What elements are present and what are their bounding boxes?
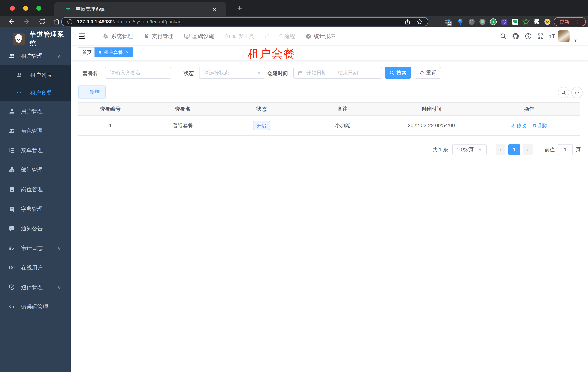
sidebar-item-label: 在线用户 <box>21 264 43 271</box>
extension-y-icon[interactable]: Y <box>490 18 497 25</box>
sidebar-item-role-mgmt[interactable]: 角色管理 <box>0 121 71 140</box>
reload-icon[interactable] <box>38 18 46 25</box>
help-icon[interactable] <box>525 32 532 40</box>
extension-command-icon[interactable]: ⌘ <box>468 18 475 25</box>
sidebar-item-audit-log[interactable]: 审计日志 ∨ <box>0 238 71 258</box>
extension-record-icon[interactable] <box>479 18 486 25</box>
sidebar-item-tenant-mgmt[interactable]: 租户管理 ∧ <box>0 46 71 66</box>
sidebar-item-sms-mgmt[interactable]: 短信管理 ∨ <box>0 277 71 297</box>
status-select[interactable]: 请选择状态 ∨ <box>199 67 265 79</box>
sidebar-item-label: 错误码管理 <box>21 303 48 311</box>
date-range-picker[interactable]: 开始日期 - 结束日期 <box>293 67 382 79</box>
edit-link[interactable]: 修改 <box>511 122 526 129</box>
refresh-table-button[interactable] <box>571 87 583 98</box>
reset-button[interactable]: 重置 <box>415 67 441 79</box>
extension-emoji-icon[interactable] <box>544 18 551 25</box>
chevron-down-icon: ∨ <box>257 70 261 75</box>
cell-package-id: 111 <box>78 116 143 135</box>
page-size-select[interactable]: 10条/页 ∨ <box>452 144 487 155</box>
fullscreen-icon[interactable] <box>537 32 544 40</box>
extension-star-icon[interactable] <box>523 18 530 25</box>
traffic-minimize-button[interactable] <box>23 6 28 11</box>
filter-date-label: 创建时间 <box>268 70 288 77</box>
sidebar-item-dept-mgmt[interactable]: 部门管理 <box>0 160 71 180</box>
search-icon[interactable] <box>500 32 507 40</box>
sidebar-item-dict-mgmt[interactable]: 字典管理 <box>0 199 71 219</box>
refresh-icon <box>419 70 424 75</box>
forward-icon[interactable] <box>23 18 31 25</box>
avatar-caret-icon[interactable]: ▾ <box>574 38 577 43</box>
sidebar-item-label: 角色管理 <box>21 127 43 135</box>
nav-item-payment[interactable]: ¥ 支付管理 <box>143 32 173 40</box>
chevron-down-icon: ∨ <box>478 147 482 152</box>
column-header: 套餐名 <box>143 103 223 115</box>
new-tab-button[interactable]: + <box>237 3 242 13</box>
date-end-placeholder: 结束日期 <box>338 69 358 76</box>
sidebar-item-user-mgmt[interactable]: 用户管理 <box>0 101 71 121</box>
bookmark-star-icon[interactable] <box>416 18 423 25</box>
goto-page-input[interactable] <box>557 144 573 155</box>
cell-status: 开启 <box>223 116 301 135</box>
extension-balloon-icon[interactable] <box>457 18 464 25</box>
search-toggle-button[interactable] <box>558 87 569 98</box>
tag-tab-close-icon[interactable]: × <box>126 50 128 55</box>
extension-shield-icon[interactable] <box>501 18 508 25</box>
goto-label: 前往 <box>545 144 555 155</box>
pencil-icon <box>511 123 515 128</box>
sidebar-item-label: 租户套餐 <box>30 89 52 96</box>
back-icon[interactable] <box>7 18 15 25</box>
next-page-button[interactable]: › <box>523 144 533 155</box>
traffic-close-button[interactable] <box>10 6 15 11</box>
github-icon[interactable] <box>512 32 519 40</box>
tab-close-icon[interactable]: × <box>212 6 216 13</box>
nav-item-workflow[interactable]: 工作流程 <box>265 32 295 40</box>
prev-page-button[interactable]: ‹ <box>496 144 505 155</box>
tag-tab-home[interactable]: 首页 <box>78 47 96 57</box>
user-avatar[interactable] <box>558 31 569 42</box>
reset-button-label: 重置 <box>426 69 436 76</box>
current-page-button[interactable]: 1 <box>508 144 520 155</box>
prev-icon: ‹ <box>500 147 501 152</box>
browser-menu-dots-icon[interactable]: ⋮ <box>575 19 580 25</box>
extension-chat-icon[interactable] <box>512 18 519 25</box>
sidebar-item-post-mgmt[interactable]: 岗位管理 <box>0 180 71 199</box>
brand-row[interactable]: 芋道管理系统 <box>0 31 71 47</box>
sidebar-item-notice[interactable]: 通知公告 <box>0 219 71 238</box>
delete-link[interactable]: 删除 <box>532 122 548 129</box>
sidebar: 芋道管理系统 租户管理 ∧ 租户列表 租户套餐 用户管理 角色管理 <box>0 27 71 372</box>
nav-item-system[interactable]: 系统管理 <box>103 32 133 40</box>
traffic-zoom-button[interactable] <box>36 6 41 11</box>
sidebar-collapse-icon[interactable] <box>78 32 86 41</box>
sidebar-item-menu-mgmt[interactable]: 菜单管理 <box>0 140 71 160</box>
sidebar-item-tenant-list[interactable]: 租户列表 <box>0 65 71 85</box>
active-dot <box>99 51 101 53</box>
share-icon[interactable] <box>404 19 411 25</box>
url-bar[interactable]: 127.0.0.1:48080/admin-ui/system/tenant/p… <box>61 17 428 26</box>
extension-puzzle-icon[interactable] <box>533 18 541 25</box>
tab-favicon <box>64 6 72 13</box>
nav-item-devtools[interactable]: 研发工具 <box>224 32 254 40</box>
browser-update-button[interactable]: 更新 ⋮ <box>554 17 586 26</box>
filter-status-label: 状态 <box>184 70 194 77</box>
browser-toolbar: 127.0.0.1:48080/admin-ui/system/tenant/p… <box>0 16 588 27</box>
sidebar-item-label: 短信管理 <box>21 284 43 291</box>
tag-tab-label: 租户套餐 <box>104 49 123 56</box>
gear-icon <box>103 33 109 40</box>
sidebar-item-label: 菜单管理 <box>21 147 43 154</box>
site-info-icon[interactable] <box>67 19 73 25</box>
extension-kite-icon[interactable]: 10 <box>444 18 452 25</box>
sidebar-item-tenant-package[interactable]: 租户套餐 <box>0 83 71 103</box>
nav-item-report[interactable]: 统计报表 <box>305 32 336 40</box>
font-size-icon[interactable]: тT <box>548 32 556 40</box>
column-header: 备注 <box>301 103 385 115</box>
home-icon[interactable] <box>53 18 61 25</box>
search-button[interactable]: 搜索 <box>385 67 411 79</box>
sidebar-item-online-users[interactable]: 在线用户 <box>0 258 71 277</box>
sidebar-item-label: 岗位管理 <box>21 186 43 193</box>
browser-tab[interactable]: 芋道管理系统 × <box>54 2 226 16</box>
nav-item-infra[interactable]: 基础设施 <box>184 32 214 40</box>
sidebar-item-error-code[interactable]: 错误码管理 <box>0 297 71 317</box>
package-name-input[interactable] <box>105 67 171 79</box>
add-button[interactable]: + 新增 <box>78 85 106 98</box>
tag-tab-tenant-package[interactable]: 租户套餐 × <box>94 47 133 57</box>
